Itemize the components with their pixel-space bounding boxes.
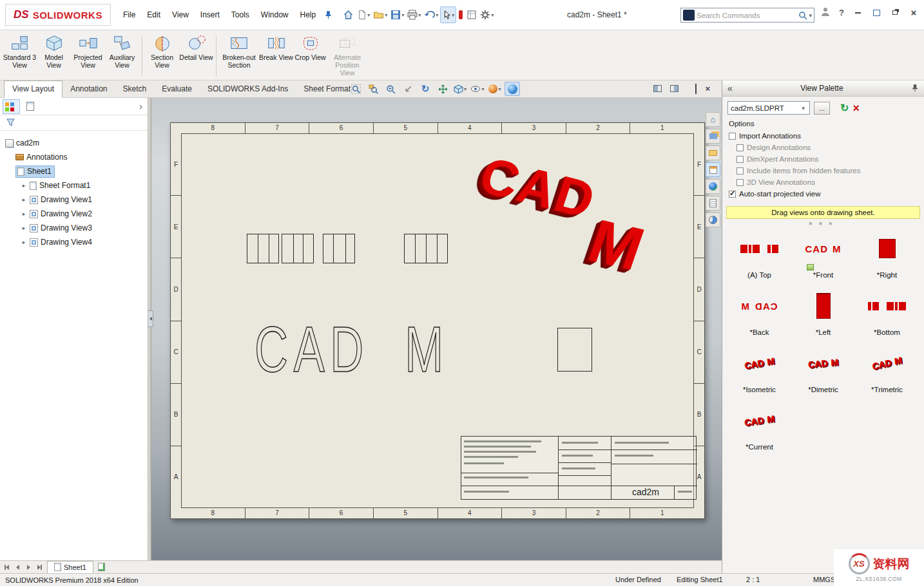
- restore-button[interactable]: [890, 8, 900, 17]
- panel-collapse-handle[interactable]: [148, 310, 153, 327]
- view-settings-button[interactable]: [505, 82, 520, 96]
- menu-insert[interactable]: Insert: [195, 6, 226, 23]
- drawing-view-isometric[interactable]: CAD M: [480, 158, 667, 300]
- display-style-button[interactable]: ▾: [452, 82, 468, 96]
- sheet-scale[interactable]: 2 : 1: [746, 576, 760, 583]
- view-thumb-isometric[interactable]: CADM *Isometric: [727, 346, 791, 393]
- undo-button[interactable]: ▾: [423, 7, 439, 23]
- projected-view-button[interactable]: Projected View: [71, 32, 105, 80]
- crop-view-button[interactable]: Crop View: [293, 32, 327, 80]
- pan-button[interactable]: [435, 82, 450, 96]
- new-document-button[interactable]: ▾: [356, 7, 371, 23]
- view-thumb-bottom[interactable]: *Bottom: [855, 289, 919, 336]
- fullscreen-button[interactable]: [871, 8, 881, 17]
- user-account-icon[interactable]: [820, 6, 831, 19]
- forum-tab[interactable]: [706, 213, 720, 227]
- menu-window[interactable]: Window: [255, 6, 294, 23]
- sheet-properties-button[interactable]: [465, 7, 478, 23]
- collapse-panel-icon[interactable]: «: [727, 83, 733, 93]
- tree-item-root[interactable]: cad2m: [0, 136, 148, 150]
- section-view-button[interactable]: Section View: [145, 32, 179, 80]
- edit-appearance-button[interactable]: ▾: [487, 82, 503, 96]
- drawing-view-top[interactable]: [247, 234, 448, 263]
- tree-item-sheet-format1[interactable]: ▸ Sheet Format1: [0, 178, 148, 193]
- next-sheet-button[interactable]: [24, 563, 33, 572]
- checkbox-3d-view-annotations[interactable]: ✓ 3D View Annotations: [736, 176, 918, 188]
- help-icon[interactable]: ?: [839, 8, 844, 17]
- file-explorer-tab[interactable]: [706, 146, 720, 160]
- hide-show-items-button[interactable]: ▾: [470, 82, 485, 96]
- view-thumb-front[interactable]: CADM *Front: [791, 232, 855, 279]
- drawing-view-right[interactable]: [557, 328, 592, 372]
- view-palette-tab[interactable]: [706, 162, 720, 177]
- view-thumb-back[interactable]: MCAD *Back: [727, 289, 791, 336]
- zoom-to-fit-button[interactable]: [348, 82, 363, 96]
- open-button[interactable]: ▾: [372, 7, 389, 23]
- close-button[interactable]: ×: [909, 8, 919, 17]
- last-sheet-button[interactable]: [35, 563, 44, 572]
- split-pane-right-button[interactable]: [670, 85, 679, 92]
- rotate-view-button[interactable]: ↻: [418, 82, 433, 96]
- property-manager-tab[interactable]: [21, 99, 39, 114]
- tree-item-drawing-view1[interactable]: ▸ Drawing View1: [0, 193, 148, 207]
- view-thumb-right[interactable]: *Right: [855, 232, 919, 279]
- menu-help[interactable]: Help: [294, 6, 322, 23]
- tree-filter-bar[interactable]: [0, 115, 148, 131]
- detail-view-button[interactable]: Detail View: [179, 32, 213, 80]
- menu-tools[interactable]: Tools: [226, 6, 255, 23]
- refresh-icon[interactable]: ↻: [840, 102, 849, 114]
- previous-view-button[interactable]: [400, 82, 416, 96]
- auxiliary-view-button[interactable]: Auxiliary View: [105, 32, 139, 80]
- view-thumb-left[interactable]: *Left: [791, 289, 855, 336]
- units-selector[interactable]: MMGS: [813, 576, 835, 583]
- document-close-button[interactable]: ×: [705, 84, 710, 93]
- search-input[interactable]: [697, 12, 797, 19]
- expand-caret-icon[interactable]: ▸: [21, 182, 27, 189]
- standard-3-view-button[interactable]: Standard 3 View: [3, 32, 37, 80]
- checkbox[interactable]: ✓: [729, 133, 736, 140]
- drawing-sheet[interactable]: 87654321 87654321 FEDCBA FEDCBA: [170, 122, 705, 519]
- graphics-area[interactable]: 87654321 87654321 FEDCBA FEDCBA: [148, 98, 722, 560]
- expand-caret-icon[interactable]: ▸: [21, 211, 27, 217]
- zoom-in-out-button[interactable]: [383, 82, 398, 96]
- checkbox-import-annotations[interactable]: ✓ Import Annotations: [729, 130, 918, 142]
- sheet1-tab[interactable]: Sheet1: [47, 561, 93, 573]
- tab-sketch[interactable]: Sketch: [115, 81, 155, 97]
- view-thumb-trimetric[interactable]: CADM *Trimetric: [855, 346, 919, 393]
- split-pane-left-button[interactable]: [653, 85, 662, 92]
- previous-sheet-button[interactable]: [13, 563, 22, 572]
- tree-item-sheet1[interactable]: Sheet1: [0, 164, 148, 178]
- rebuild-status-icon[interactable]: [457, 7, 465, 23]
- alternate-position-view-button[interactable]: Alternate Position View: [327, 32, 367, 80]
- view-thumb-current[interactable]: CADM *Current: [727, 404, 791, 451]
- add-sheet-button[interactable]: [93, 562, 110, 573]
- solidworks-resources-tab[interactable]: ⌂: [706, 112, 720, 127]
- design-library-tab[interactable]: [706, 129, 720, 144]
- expand-caret-icon[interactable]: ▸: [21, 196, 27, 203]
- feature-tree-tab[interactable]: [3, 99, 20, 114]
- zoom-to-area-button[interactable]: [365, 82, 381, 96]
- menu-view[interactable]: View: [166, 6, 195, 23]
- tab-solidworks-add-ins[interactable]: SOLIDWORKS Add-Ins: [200, 81, 296, 97]
- part-file-select[interactable]: cad2m.SLDPRT ▾: [727, 101, 810, 115]
- tree-item-annotations[interactable]: Annotations: [0, 150, 148, 164]
- expand-caret-icon[interactable]: ▸: [21, 225, 27, 231]
- tab-evaluate[interactable]: Evaluate: [154, 81, 200, 97]
- checkbox-dimxpert-annotations[interactable]: ✓ DimXpert Annotations: [736, 153, 918, 165]
- minimize-button[interactable]: [852, 8, 863, 17]
- view-thumb-top[interactable]: (A) Top: [727, 232, 791, 279]
- home-button[interactable]: [342, 7, 355, 23]
- print-button[interactable]: ▾: [406, 7, 422, 23]
- menu-file[interactable]: File: [117, 6, 141, 23]
- view-thumb-dimetric[interactable]: CADM *Dimetric: [791, 346, 855, 393]
- checkbox-include-hidden-features[interactable]: ✓ Include items from hidden features: [736, 165, 918, 176]
- clear-palette-icon[interactable]: ×: [852, 104, 860, 113]
- tab-annotation[interactable]: Annotation: [63, 81, 115, 97]
- pin-panel-icon[interactable]: [911, 84, 919, 92]
- model-view-button[interactable]: Model View: [37, 32, 71, 80]
- expand-caret-icon[interactable]: ▸: [21, 239, 27, 245]
- search-scope-icon[interactable]: [683, 10, 695, 21]
- select-tool-button[interactable]: ▾: [440, 6, 456, 23]
- checkbox-design-annotations[interactable]: ✓ Design Annotations: [736, 142, 918, 153]
- broken-out-section-button[interactable]: Broken-out Section: [219, 32, 259, 80]
